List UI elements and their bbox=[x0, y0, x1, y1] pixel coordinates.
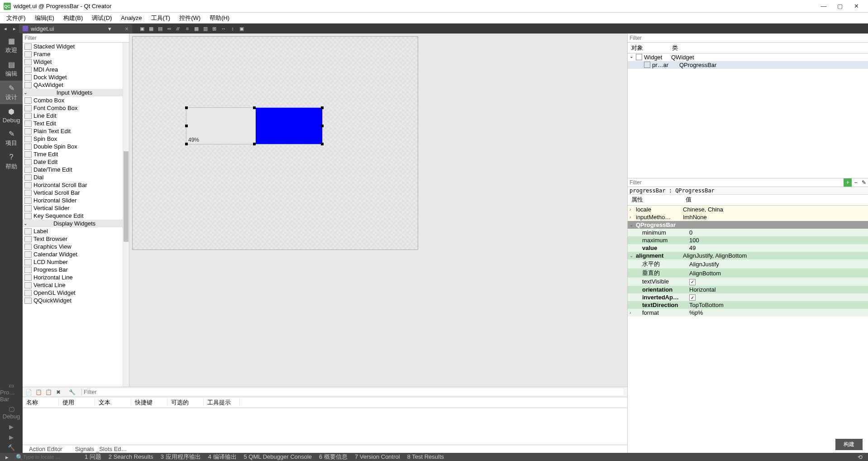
widget-item[interactable]: Date/Time Edit bbox=[23, 166, 129, 173]
widgetbox-list[interactable]: Stacked WidgetFrameWidgetMDI AreaDock Wi… bbox=[23, 43, 129, 387]
widget-item[interactable]: OpenGL Widget bbox=[23, 289, 129, 297]
prop-row[interactable]: ⌄alignmentAlignJustify, AlignBottom bbox=[628, 252, 868, 259]
layout-v-icon[interactable]: ≡ bbox=[183, 24, 192, 33]
prop-row[interactable]: 垂直的AlignBottom bbox=[628, 269, 868, 278]
tab-dropdown-icon[interactable]: ▾ bbox=[108, 25, 111, 32]
run-item[interactable]: ▶ bbox=[0, 432, 23, 442]
prop-value[interactable]: 0 bbox=[689, 229, 866, 236]
build-button[interactable]: 构建 bbox=[835, 439, 863, 450]
locator[interactable]: 🔍 bbox=[12, 454, 81, 461]
spacer-h-icon[interactable]: ↔ bbox=[219, 24, 228, 33]
widget-item[interactable]: Time Edit bbox=[23, 150, 129, 158]
widget-category[interactable]: ⌄Input Widgets bbox=[23, 89, 129, 96]
layout-grid-icon[interactable]: ▦ bbox=[192, 24, 201, 33]
layout-form-icon[interactable]: ▥ bbox=[201, 24, 210, 33]
file-tab[interactable]: widget.ui ▾ × bbox=[19, 24, 132, 33]
widget-item[interactable]: Vertical Slider bbox=[23, 204, 129, 212]
mode-item[interactable]: ▤编辑 bbox=[0, 57, 23, 81]
widget-item[interactable]: Key Sequence Edit bbox=[23, 212, 129, 220]
status-item[interactable]: 2 Search Results bbox=[105, 453, 157, 460]
status-item[interactable]: 4 编译输出 bbox=[205, 453, 240, 460]
menu-item[interactable]: 控件(W) bbox=[175, 13, 205, 23]
remove-prop-icon[interactable]: − bbox=[852, 178, 860, 187]
menu-item[interactable]: 构建(B) bbox=[59, 13, 87, 23]
action-filter-input[interactable] bbox=[84, 389, 624, 395]
objtree-row[interactable]: ⌄WidgetQWidget bbox=[628, 53, 868, 61]
widget-item[interactable]: Vertical Line bbox=[23, 281, 129, 289]
prop-row[interactable]: maximum100 bbox=[628, 236, 868, 244]
prop-row[interactable]: textDirectionTopToBottom bbox=[628, 301, 868, 309]
minimize-button[interactable]: — bbox=[816, 2, 832, 11]
tab-close-icon[interactable]: × bbox=[125, 25, 129, 32]
prop-row[interactable]: textVisible✓ bbox=[628, 278, 868, 286]
toolbar-icon-3[interactable]: ▤ bbox=[156, 24, 165, 33]
widget-item[interactable]: Text Browser bbox=[23, 235, 129, 243]
objtree-filter[interactable] bbox=[628, 34, 868, 43]
status-item[interactable]: 5 QML Debugger Console bbox=[240, 453, 316, 460]
mode-item[interactable]: ⬢Debug bbox=[0, 104, 23, 126]
prop-value[interactable]: AlignJustify, AlignBottom bbox=[683, 252, 866, 259]
status-close-icon[interactable]: ⟲ bbox=[854, 454, 866, 461]
widget-item[interactable]: Font Combo Box bbox=[23, 104, 129, 112]
config-action-icon[interactable]: 🔧 bbox=[68, 389, 76, 396]
prop-row[interactable]: 水平的AlignJustify bbox=[628, 259, 868, 269]
paste-action-icon[interactable]: 📋 bbox=[44, 389, 52, 396]
adjust-icon[interactable]: ▣ bbox=[237, 24, 246, 33]
menu-item[interactable]: 编辑(E) bbox=[30, 13, 59, 23]
widget-item[interactable]: MDI Area bbox=[23, 66, 129, 73]
widget-item[interactable]: Widget bbox=[23, 58, 129, 66]
action-column[interactable]: 文本 bbox=[95, 398, 131, 408]
widget-item[interactable]: Frame bbox=[23, 50, 129, 58]
widget-item[interactable]: Double Spin Box bbox=[23, 143, 129, 150]
widget-item[interactable]: Text Edit bbox=[23, 120, 129, 127]
menu-item[interactable]: 帮助(H) bbox=[205, 13, 234, 23]
prop-value[interactable]: 100 bbox=[689, 237, 866, 244]
checkbox-icon[interactable]: ✓ bbox=[689, 279, 696, 285]
widget-item[interactable]: QQuickWidget bbox=[23, 297, 129, 304]
run-item[interactable]: 🖵Debug bbox=[0, 404, 23, 422]
progressbar-widget[interactable]: 49% bbox=[186, 107, 323, 144]
widget-item[interactable]: Horizontal Slider bbox=[23, 197, 129, 204]
maximize-button[interactable]: ▢ bbox=[832, 2, 848, 11]
layout-break-icon[interactable]: ⊞ bbox=[210, 24, 219, 33]
objtree-body[interactable]: ⌄WidgetQWidgetpr…arQProgressBar bbox=[628, 53, 868, 178]
menu-item[interactable]: 工具(T) bbox=[147, 13, 175, 23]
prop-row[interactable]: ⌄QProgressBar bbox=[628, 221, 868, 229]
prop-row[interactable]: value49 bbox=[628, 244, 868, 252]
action-column[interactable]: 快捷键 bbox=[131, 398, 167, 408]
widget-item[interactable]: Label bbox=[23, 227, 129, 235]
props-rows[interactable]: ›localeChinese, China›inputMetho…ImhNone… bbox=[628, 206, 868, 453]
widget-item[interactable]: LCD Number bbox=[23, 258, 129, 266]
mode-item[interactable]: ✎设计 bbox=[0, 81, 23, 104]
prop-value[interactable]: %p% bbox=[689, 309, 866, 316]
widget-item[interactable]: Date Edit bbox=[23, 158, 129, 166]
widget-item[interactable]: QAxWidget bbox=[23, 81, 129, 89]
status-item[interactable]: 6 概要信息 bbox=[315, 453, 351, 460]
mode-item[interactable]: ?帮助 bbox=[0, 150, 23, 173]
prop-row[interactable]: ›localeChinese, China bbox=[628, 206, 868, 213]
prop-value[interactable]: Horizontal bbox=[689, 286, 866, 293]
prop-value[interactable]: Chinese, China bbox=[683, 206, 866, 213]
toolbar-icon-4[interactable]: ═ bbox=[165, 24, 174, 33]
config-prop-icon[interactable]: ✎ bbox=[860, 178, 868, 187]
action-tab[interactable]: Action Editor bbox=[23, 446, 69, 452]
menu-item[interactable]: 调试(D) bbox=[87, 13, 116, 23]
copy-action-icon[interactable]: 📋 bbox=[34, 389, 43, 396]
action-column[interactable]: 工具提示 bbox=[204, 398, 240, 408]
objtree-filter-input[interactable] bbox=[630, 35, 866, 41]
prop-value[interactable]: AlignBottom bbox=[689, 270, 866, 277]
prop-value[interactable]: 49 bbox=[689, 245, 866, 251]
widget-item[interactable]: Line Edit bbox=[23, 112, 129, 120]
mode-item[interactable]: ▦欢迎 bbox=[0, 34, 23, 57]
status-item[interactable]: 3 应用程序输出 bbox=[157, 453, 205, 460]
form-editor[interactable]: 49% bbox=[129, 34, 627, 387]
prop-row[interactable]: invertedAp…✓ bbox=[628, 293, 868, 302]
widget-item[interactable]: Graphics View bbox=[23, 243, 129, 250]
status-item[interactable]: 1 问题 bbox=[81, 453, 105, 460]
checkbox-icon[interactable]: ✓ bbox=[689, 294, 696, 301]
form-canvas[interactable]: 49% bbox=[132, 36, 418, 250]
fwd-icon[interactable]: ▸ bbox=[10, 24, 19, 33]
prop-value[interactable]: TopToBottom bbox=[689, 302, 866, 308]
widgetbox-filter-input[interactable] bbox=[24, 35, 127, 41]
back-icon[interactable]: ◂ bbox=[1, 24, 10, 33]
